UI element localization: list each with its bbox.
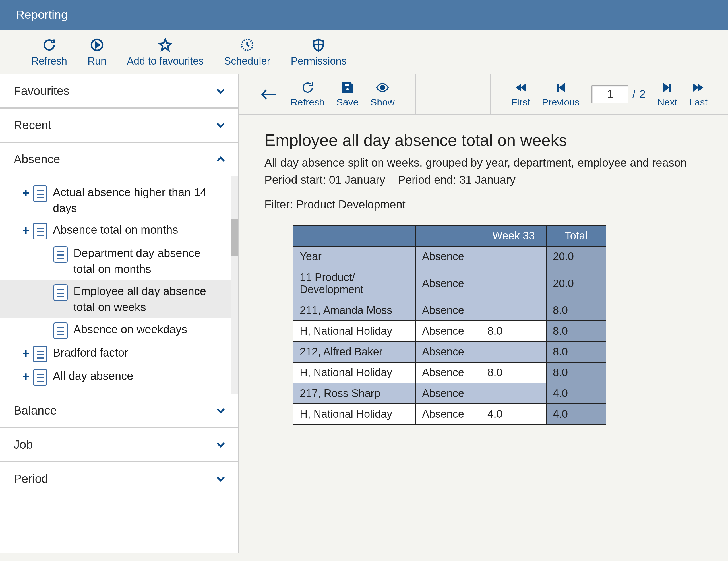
svg-rect-5 <box>557 84 559 91</box>
previous-page-button[interactable]: Previous <box>542 81 580 108</box>
app-header: Reporting <box>0 0 728 30</box>
tree-item[interactable]: +Bradford factor <box>0 342 238 365</box>
scroll-thumb[interactable] <box>231 219 238 256</box>
table-row: H, National HolidayAbsence4.04.0 <box>293 404 606 425</box>
cell-total: 8.0 <box>546 341 606 362</box>
cell-type: Absence <box>415 246 481 267</box>
toolbar-label: Last <box>689 97 708 108</box>
report-body: Employee all day absence total on weeks … <box>239 115 728 441</box>
tree-item[interactable]: Absence on weekdays <box>0 318 238 342</box>
cell-type: Absence <box>415 300 481 321</box>
page-number-input[interactable] <box>591 85 628 103</box>
table-header: Week 33 Total <box>293 225 606 246</box>
expand-icon[interactable]: + <box>20 345 31 362</box>
toolbar-label: Next <box>657 97 677 108</box>
section-label: Recent <box>14 118 51 132</box>
table-body: YearAbsence20.011 Product/ DevelopmentAb… <box>293 246 606 425</box>
tree-item[interactable]: +Absence total on months <box>0 219 238 242</box>
table-row: 11 Product/ DevelopmentAbsence20.0 <box>293 267 606 300</box>
cell-label: 211, Amanda Moss <box>293 300 415 321</box>
sidebar-section-recent[interactable]: Recent <box>0 108 238 142</box>
clock-icon <box>240 38 255 52</box>
toolbar-label: Refresh <box>31 55 67 67</box>
report-table: Week 33 Total YearAbsence20.011 Product/… <box>293 225 606 425</box>
first-icon <box>514 81 528 94</box>
table-header-blank <box>293 225 415 246</box>
viewer-toolbar: Refresh Save Show First <box>239 74 728 115</box>
sidebar-section-absence[interactable]: Absence <box>0 142 238 176</box>
last-page-button[interactable]: Last <box>689 81 708 108</box>
cell-total: 20.0 <box>546 267 606 300</box>
toolbar-label: Scheduler <box>224 55 270 67</box>
section-label: Absence <box>14 152 60 166</box>
cell-total: 4.0 <box>546 383 606 404</box>
previous-icon <box>554 81 568 94</box>
cell-type: Absence <box>415 362 481 383</box>
back-button[interactable] <box>259 88 279 101</box>
expand-icon[interactable]: + <box>20 184 31 202</box>
sidebar-section-job[interactable]: Job <box>0 428 238 462</box>
tree-item-label: Employee all day absence total on weeks <box>73 283 230 315</box>
tree-item[interactable]: Department day absence total on months <box>0 242 238 280</box>
cell-week: 4.0 <box>481 404 546 425</box>
last-icon <box>692 81 705 94</box>
expand-icon[interactable]: + <box>20 368 31 386</box>
run-button[interactable]: Run <box>88 38 106 67</box>
tree-item[interactable]: +All day absence <box>0 365 238 388</box>
scrollbar[interactable] <box>231 176 238 394</box>
sidebar: Favourites Recent Absence +Actual absenc… <box>0 74 239 553</box>
absence-tree: +Actual absence higher than 14 days+Abse… <box>0 176 238 394</box>
report-filter: Filter: Product Development <box>264 198 702 211</box>
chevron-down-icon <box>215 439 226 450</box>
first-page-button[interactable]: First <box>511 81 530 108</box>
period-start-value: 01 January <box>329 173 385 186</box>
filter-value: Product Development <box>296 198 406 211</box>
refresh-icon <box>42 38 57 52</box>
table-row: 212, Alfred BakerAbsence8.0 <box>293 341 606 362</box>
tree-item[interactable]: +Actual absence higher than 14 days <box>0 181 238 219</box>
main-toolbar: Refresh Run Add to favourites Scheduler … <box>0 30 728 74</box>
tree-item[interactable]: Employee all day absence total on weeks <box>0 280 238 318</box>
cell-week <box>481 246 546 267</box>
table-row: H, National HolidayAbsence8.08.0 <box>293 321 606 341</box>
document-icon <box>53 284 68 301</box>
report-title: Employee all day absence total on weeks <box>264 131 702 150</box>
page-indicator: / 2 <box>591 85 646 103</box>
permissions-button[interactable]: Permissions <box>291 38 346 67</box>
next-page-button[interactable]: Next <box>657 81 677 108</box>
report-subtitle: All day absence split on weeks, grouped … <box>264 155 702 171</box>
document-icon <box>33 223 47 239</box>
sidebar-section-balance[interactable]: Balance <box>0 394 238 428</box>
section-label: Balance <box>14 404 57 417</box>
toolbar-label: Run <box>88 55 106 67</box>
cell-label: H, National Holiday <box>293 362 415 383</box>
report-period: Period start: 01 January Period end: 31 … <box>264 173 702 186</box>
tree-item-label: Absence on weekdays <box>73 321 230 337</box>
toolbar-label: First <box>511 97 530 108</box>
table-row: H, National HolidayAbsence8.08.0 <box>293 362 606 383</box>
document-icon <box>33 346 47 362</box>
page-total: 2 <box>640 88 646 100</box>
scheduler-button[interactable]: Scheduler <box>224 38 270 67</box>
toolbar-label: Previous <box>542 97 580 108</box>
refresh-button[interactable]: Refresh <box>31 38 67 67</box>
app-title: Reporting <box>16 8 68 21</box>
cell-total: 8.0 <box>546 300 606 321</box>
add-to-favourites-button[interactable]: Add to favourites <box>127 38 204 67</box>
svg-point-4 <box>380 86 384 90</box>
period-end-label: Period end: <box>398 173 456 186</box>
chevron-down-icon <box>215 119 226 131</box>
cell-label: H, National Holiday <box>293 321 415 341</box>
svg-rect-2 <box>345 84 349 86</box>
cell-label: Year <box>293 246 415 267</box>
tree-item-label: All day absence <box>53 368 230 384</box>
expand-icon[interactable]: + <box>20 222 31 239</box>
sidebar-section-period[interactable]: Period <box>0 462 238 495</box>
cell-week: 8.0 <box>481 362 546 383</box>
filter-label: Filter: <box>264 198 293 211</box>
sidebar-section-favourites[interactable]: Favourites <box>0 74 238 108</box>
show-button[interactable]: Show <box>371 81 395 108</box>
save-button[interactable]: Save <box>336 81 359 108</box>
viewer-refresh-button[interactable]: Refresh <box>291 81 324 108</box>
cell-type: Absence <box>415 404 481 425</box>
